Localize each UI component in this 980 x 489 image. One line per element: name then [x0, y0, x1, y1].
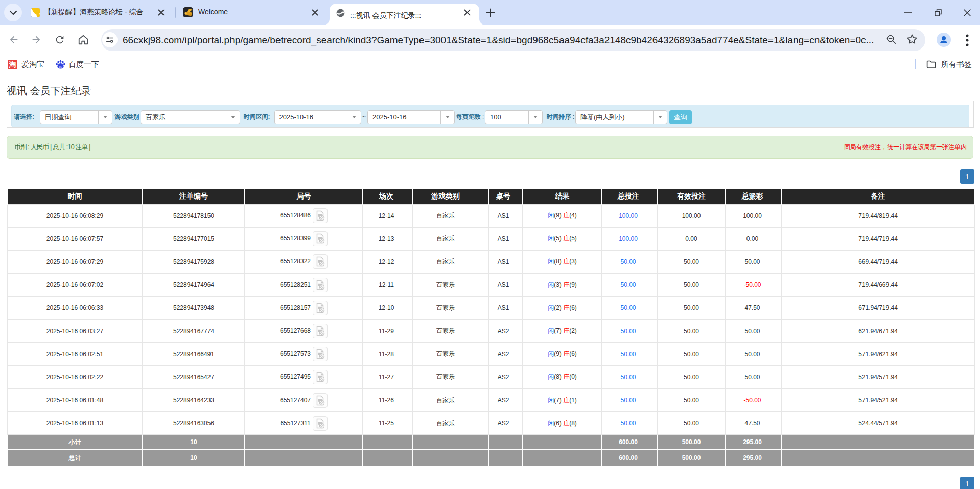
svg-text:du: du [59, 65, 62, 68]
